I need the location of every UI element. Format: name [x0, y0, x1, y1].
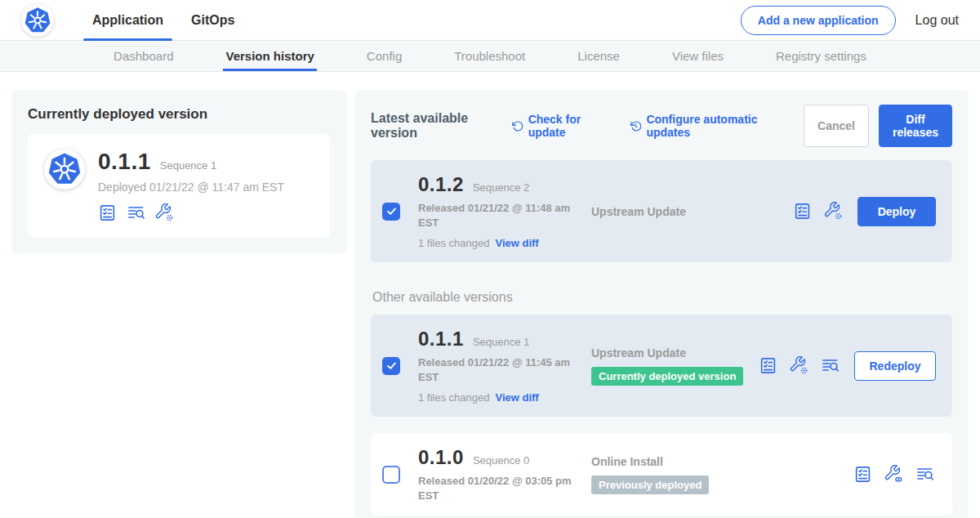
deployed-timestamp: Deployed 01/21/22 @ 11:47 am EST — [98, 181, 284, 194]
config-wrench-eye-icon[interactable] — [884, 465, 903, 484]
version-row-0-1-1: 0.1.1 Sequence 1 Released 01/21/22 @ 11:… — [371, 315, 952, 417]
add-application-button[interactable]: Add a new application — [741, 6, 896, 35]
currently-deployed-badge: Currently deployed version — [591, 367, 743, 386]
tab-gitops-label: GitOps — [191, 13, 234, 28]
tab-application-label: Application — [92, 13, 163, 28]
tab-gitops[interactable]: GitOps — [177, 0, 248, 41]
version-row-0-1-2: 0.1.2 Sequence 2 Released 01/21/22 @ 11:… — [371, 160, 952, 262]
released-timestamp: Released 01/21/22 @ 11:48 am EST — [418, 201, 572, 230]
clock-refresh-icon — [630, 119, 642, 133]
tab-troubleshoot[interactable]: Troubleshoot — [452, 41, 528, 71]
config-wrench-gear-icon[interactable] — [155, 203, 174, 222]
version-source: Upstream Update — [591, 346, 686, 359]
top-nav: Application GitOps Add a new application… — [0, 0, 980, 41]
version-number: 0.1.0 — [418, 446, 464, 469]
version-row-0-1-0: 0.1.0 Sequence 0 Released 01/20/22 @ 03:… — [371, 433, 952, 516]
version-checkbox[interactable] — [382, 466, 400, 484]
configure-automatic-updates-link[interactable]: Configure automatic updates — [630, 113, 782, 139]
refresh-icon — [511, 119, 523, 133]
tab-dashboard[interactable]: Dashboard — [111, 41, 176, 71]
preflight-checks-icon[interactable] — [793, 202, 812, 221]
kubernetes-logo-icon — [21, 4, 54, 37]
deployed-version-number: 0.1.1 — [98, 149, 151, 175]
deployed-version-card: 0.1.1 Sequence 1 Deployed 01/21/22 @ 11:… — [28, 134, 330, 237]
version-number: 0.1.1 — [418, 328, 464, 351]
preflight-checks-icon[interactable] — [98, 203, 117, 222]
version-source: Upstream Update — [591, 205, 686, 218]
currently-deployed-panel: Currently deployed version 0.1.1 Sequenc… — [11, 90, 346, 253]
version-sequence: Sequence 1 — [473, 336, 529, 348]
view-diff-search-icon[interactable] — [821, 356, 840, 375]
check-for-update-link[interactable]: Check for update — [511, 113, 608, 139]
files-changed: 1 files changed — [418, 237, 489, 249]
tab-license[interactable]: License — [575, 41, 622, 71]
config-wrench-gear-icon[interactable] — [824, 202, 843, 221]
checkmark-icon — [385, 205, 398, 217]
app-sub-nav: Dashboard Version history Config Trouble… — [0, 41, 980, 72]
version-source: Online Install — [591, 455, 663, 468]
files-changed: 1 files changed — [418, 391, 489, 404]
available-versions-panel: Latest available version Check for updat… — [354, 90, 969, 518]
version-number: 0.1.2 — [418, 173, 464, 196]
view-diff-link[interactable]: View diff — [495, 391, 538, 404]
deployed-sequence: Sequence 1 — [160, 159, 216, 172]
previously-deployed-badge: Previously deployed — [591, 476, 709, 494]
view-diff-search-icon[interactable] — [915, 465, 934, 484]
released-timestamp: Released 01/21/22 @ 11:45 am EST — [418, 355, 572, 384]
tab-view-files[interactable]: View files — [670, 41, 726, 71]
other-versions-title: Other available versions — [372, 290, 952, 305]
tab-registry-settings[interactable]: Registry settings — [773, 41, 869, 71]
currently-deployed-title: Currently deployed version — [28, 106, 330, 123]
version-sequence: Sequence 0 — [473, 454, 529, 467]
preflight-checks-icon[interactable] — [853, 465, 872, 484]
released-timestamp: Released 01/20/22 @ 03:05 pm EST — [418, 474, 572, 502]
checkmark-icon — [385, 359, 398, 372]
latest-available-title: Latest available version — [371, 111, 498, 141]
tab-application[interactable]: Application — [78, 0, 177, 41]
cancel-button[interactable]: Cancel — [804, 105, 869, 147]
tab-version-history[interactable]: Version history — [223, 41, 316, 71]
view-diff-link[interactable]: View diff — [495, 237, 538, 249]
version-sequence: Sequence 2 — [473, 181, 529, 194]
diff-releases-button[interactable]: Diff releases — [879, 105, 952, 147]
version-checkbox[interactable] — [382, 203, 400, 221]
view-diff-search-icon[interactable] — [127, 203, 145, 222]
version-checkbox[interactable] — [382, 357, 400, 375]
app-kubernetes-icon — [44, 149, 85, 190]
redeploy-button[interactable]: Redeploy — [854, 351, 936, 381]
preflight-checks-icon[interactable] — [759, 356, 777, 375]
deploy-button[interactable]: Deploy — [858, 197, 936, 226]
logout-link[interactable]: Log out — [915, 13, 959, 28]
config-wrench-gear-icon[interactable] — [790, 356, 808, 375]
tab-config[interactable]: Config — [364, 41, 404, 71]
